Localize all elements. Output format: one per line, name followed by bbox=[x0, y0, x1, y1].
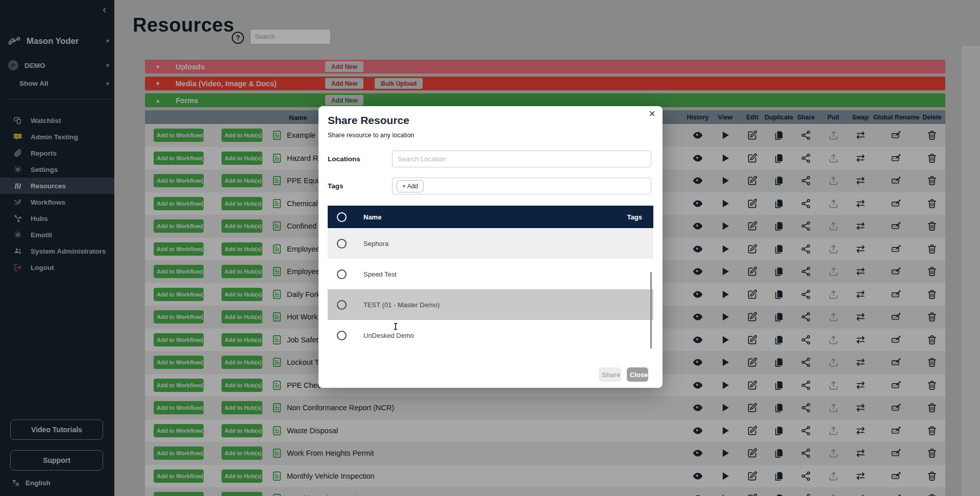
locations-table-header: Name Tags bbox=[328, 206, 653, 228]
modal-subtitle: Share resource to any location bbox=[328, 132, 414, 139]
tags-column-header: Tags bbox=[627, 213, 642, 221]
location-name: TEST (01 - Master Demo) bbox=[363, 301, 439, 309]
text-cursor-icon bbox=[393, 323, 398, 330]
location-name: Sephora bbox=[363, 240, 388, 247]
location-row[interactable]: Speed Test bbox=[328, 259, 653, 289]
radio-button[interactable] bbox=[337, 269, 347, 279]
radio-button[interactable] bbox=[337, 331, 347, 340]
close-button[interactable]: Close bbox=[627, 367, 648, 382]
radio-button[interactable] bbox=[337, 239, 347, 249]
locations-list: Sephora Speed Test TEST (01 - Master Dem… bbox=[328, 228, 653, 351]
list-scrollbar[interactable] bbox=[650, 272, 652, 349]
close-icon[interactable]: × bbox=[649, 107, 655, 120]
location-row[interactable]: Sephora bbox=[328, 228, 653, 259]
name-column-header: Name bbox=[363, 213, 381, 221]
locations-label: Locations bbox=[328, 155, 360, 163]
add-tag-button[interactable]: + Add bbox=[397, 180, 424, 192]
share-resource-modal: × Share Resource Share resource to any l… bbox=[318, 106, 663, 388]
location-name: Speed Test bbox=[363, 270, 397, 278]
tags-field[interactable]: + Add bbox=[392, 178, 651, 194]
radio-button[interactable] bbox=[337, 300, 347, 310]
modal-title: Share Resource bbox=[328, 114, 409, 127]
select-all-radio[interactable] bbox=[337, 212, 347, 222]
share-button[interactable]: Share bbox=[599, 367, 621, 382]
location-search-input[interactable] bbox=[392, 151, 651, 167]
tags-label: Tags bbox=[328, 182, 344, 190]
location-name: UnDesked Demo bbox=[363, 332, 414, 339]
location-row[interactable]: TEST (01 - Master Demo) bbox=[328, 289, 653, 320]
location-row[interactable]: UnDesked Demo bbox=[328, 320, 653, 351]
